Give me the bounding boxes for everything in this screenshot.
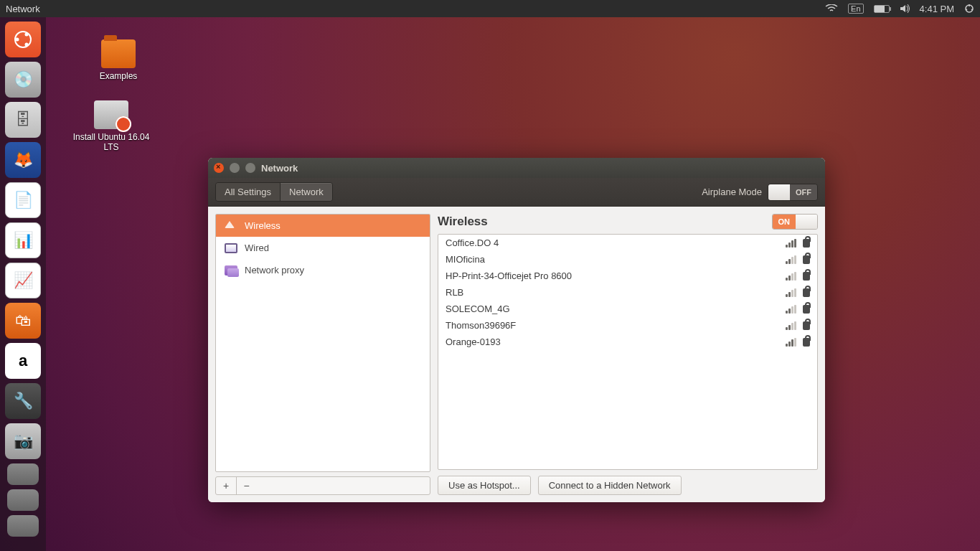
window-titlebar[interactable]: Network bbox=[208, 158, 825, 178]
lock-icon bbox=[803, 272, 810, 281]
unity-launcher: 💿 🗄 🦊 📄 📊 📈 🛍 a 🔧 📷 bbox=[0, 17, 46, 551]
network-settings-window: Network All Settings Network Airplane Mo… bbox=[208, 158, 825, 502]
launcher-files-icon[interactable]: 🗄 bbox=[5, 102, 41, 138]
lock-icon bbox=[803, 239, 810, 248]
lock-icon bbox=[803, 305, 810, 314]
svg-point-4 bbox=[25, 43, 29, 47]
launcher-running-window-icon[interactable] bbox=[7, 489, 39, 511]
wifi-signal-icon bbox=[786, 288, 797, 297]
switch-state: OFF bbox=[790, 184, 817, 200]
breadcrumb: All Settings Network bbox=[215, 182, 333, 202]
launcher-firefox-icon[interactable]: 🦊 bbox=[5, 142, 41, 178]
window-close-button[interactable] bbox=[214, 163, 224, 173]
launcher-running-window-icon[interactable] bbox=[7, 515, 39, 537]
lock-icon bbox=[803, 255, 810, 264]
sidebar-item-wireless[interactable]: Wireless bbox=[216, 215, 430, 237]
wifi-signal-icon bbox=[786, 321, 797, 330]
airplane-mode-label: Airplane Mode bbox=[702, 187, 762, 197]
window-minimize-button[interactable] bbox=[230, 163, 240, 173]
sidebar-item-label: Network proxy bbox=[245, 265, 304, 276]
launcher-installer-disk-icon[interactable]: 💿 bbox=[5, 62, 41, 98]
wifi-signal-icon bbox=[786, 272, 797, 281]
sound-indicator-icon[interactable] bbox=[900, 4, 910, 13]
switch-state: ON bbox=[773, 215, 796, 229]
add-connection-button[interactable]: + bbox=[216, 477, 236, 494]
launcher-software-icon[interactable]: 🛍 bbox=[5, 303, 41, 339]
wifi-signal-icon bbox=[786, 255, 797, 264]
clock[interactable]: 4:41 PM bbox=[920, 4, 954, 14]
lock-icon bbox=[803, 321, 810, 330]
desktop-icon-examples[interactable]: Examples bbox=[79, 39, 158, 81]
wifi-network-name: HP-Print-34-Officejet Pro 8600 bbox=[446, 270, 780, 281]
wifi-network-row[interactable]: MIOficina bbox=[438, 251, 817, 268]
window-title: Network bbox=[261, 163, 298, 174]
proxy-icon bbox=[225, 265, 237, 276]
use-as-hotspot-button[interactable]: Use as Hotspot... bbox=[438, 476, 531, 495]
language-indicator[interactable]: En bbox=[848, 4, 863, 14]
window-toolbar: All Settings Network Airplane Mode OFF bbox=[208, 178, 825, 207]
wifi-signal-icon bbox=[786, 338, 797, 347]
svg-point-2 bbox=[16, 38, 19, 42]
network-indicator-icon[interactable] bbox=[825, 4, 838, 13]
active-app-name: Network bbox=[6, 4, 40, 14]
wifi-signal-icon bbox=[786, 305, 797, 314]
wifi-network-name: Orange-0193 bbox=[446, 336, 780, 347]
switch-knob bbox=[768, 184, 790, 200]
remove-connection-button[interactable]: − bbox=[236, 477, 256, 494]
detail-heading: Wireless bbox=[438, 215, 488, 229]
launcher-impress-icon[interactable]: 📈 bbox=[5, 263, 41, 298]
lock-icon bbox=[803, 338, 810, 347]
launcher-settings-icon[interactable]: 🔧 bbox=[5, 383, 41, 419]
menu-bar: Network En 4:41 PM bbox=[0, 0, 980, 17]
battery-indicator-icon[interactable] bbox=[874, 5, 890, 13]
launcher-calc-icon[interactable]: 📊 bbox=[5, 222, 41, 258]
wifi-network-name: SOLECOM_4G bbox=[446, 303, 780, 314]
session-indicator-icon[interactable] bbox=[964, 4, 974, 14]
wireless-toggle[interactable]: ON bbox=[772, 214, 819, 230]
wifi-icon bbox=[225, 221, 237, 231]
connection-detail-pane: Wireless ON Coffice.DO 4MIOficinaHP-Prin… bbox=[438, 214, 818, 495]
lock-icon bbox=[803, 288, 810, 297]
wifi-network-row[interactable]: HP-Print-34-Officejet Pro 8600 bbox=[438, 268, 817, 284]
wifi-network-name: MIOficina bbox=[446, 254, 780, 265]
wifi-network-row[interactable]: SOLECOM_4G bbox=[438, 301, 817, 317]
wifi-network-row[interactable]: Thomson39696F bbox=[438, 317, 817, 334]
wifi-network-row[interactable]: Orange-0193 bbox=[438, 334, 817, 350]
connection-type-pane: WirelessWiredNetwork proxy + − bbox=[215, 214, 430, 495]
breadcrumb-all-settings[interactable]: All Settings bbox=[216, 183, 280, 201]
desktop-icon-install[interactable]: Install Ubuntu 16.04 LTS bbox=[72, 100, 151, 152]
wifi-network-row[interactable]: RLB bbox=[438, 284, 817, 301]
wifi-network-name: RLB bbox=[446, 287, 780, 298]
add-remove-bar: + − bbox=[215, 476, 430, 495]
folder-icon bbox=[101, 39, 136, 68]
desktop-icon-label: Install Ubuntu 16.04 LTS bbox=[72, 132, 151, 152]
wired-icon bbox=[225, 243, 237, 253]
launcher-writer-icon[interactable]: 📄 bbox=[5, 182, 41, 218]
launcher-running-window-icon[interactable] bbox=[7, 463, 39, 485]
sidebar-item-wired[interactable]: Wired bbox=[216, 237, 430, 259]
wifi-network-name: Thomson39696F bbox=[446, 320, 780, 331]
connection-type-list: WirelessWiredNetwork proxy bbox=[215, 214, 430, 472]
sidebar-item-label: Wired bbox=[245, 242, 269, 253]
wifi-signal-icon bbox=[786, 239, 797, 248]
launcher-amazon-icon[interactable]: a bbox=[5, 343, 41, 379]
breadcrumb-network[interactable]: Network bbox=[280, 183, 332, 201]
installer-icon bbox=[94, 100, 128, 129]
wifi-network-row[interactable]: Coffice.DO 4 bbox=[438, 235, 817, 251]
launcher-screenshot-icon[interactable]: 📷 bbox=[5, 423, 41, 459]
wifi-network-name: Coffice.DO 4 bbox=[446, 237, 780, 248]
window-maximize-button[interactable] bbox=[245, 163, 255, 173]
switch-knob bbox=[796, 215, 817, 229]
wireless-network-list: Coffice.DO 4MIOficinaHP-Print-34-Officej… bbox=[438, 234, 818, 470]
connect-hidden-network-button[interactable]: Connect to a Hidden Network bbox=[538, 476, 682, 495]
sidebar-item-label: Wireless bbox=[245, 220, 281, 231]
launcher-dash-icon[interactable] bbox=[5, 22, 41, 57]
airplane-mode-toggle[interactable]: OFF bbox=[768, 184, 818, 201]
sidebar-item-proxy[interactable]: Network proxy bbox=[216, 259, 430, 281]
desktop-icon-label: Examples bbox=[79, 71, 158, 81]
svg-point-3 bbox=[25, 33, 29, 37]
